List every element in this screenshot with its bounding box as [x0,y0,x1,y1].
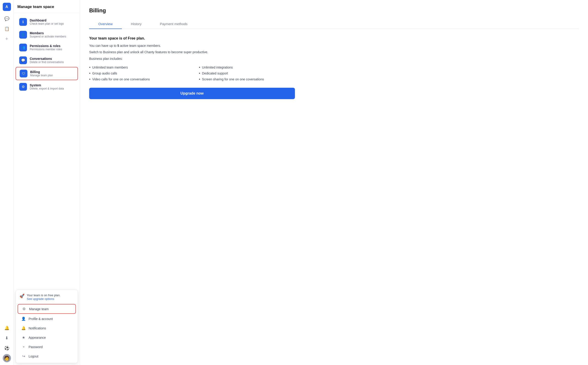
notifications-icon: 🔔 [21,326,26,330]
feature-dedicated-support: • Dedicated support [199,71,295,75]
permissions-title: Permissions & roles [30,44,62,48]
system-icon: ⚙ [19,83,27,91]
feature-video-calls: • Video calls for one on one conversatio… [89,77,185,81]
sidebar-item-permissions[interactable]: 👥 Permissions & roles Permissions member… [15,41,78,54]
sidebar-item-members[interactable]: 👤 Members Suspend or activate members [15,28,78,41]
appearance-label: Appearance [29,336,46,339]
billing-icon: 🛡 [20,70,28,77]
icon-bar: A 💬 📋 + 🔔 ⬇ ⚽ 🧑 [0,0,14,365]
system-subtitle: Delete, export & import data [30,87,64,90]
chat-icon[interactable]: 💬 [3,15,11,23]
feature-label: Unlimited team members [92,66,128,69]
popup-logout[interactable]: ↪ Logout [18,352,76,361]
bell-icon[interactable]: 🔔 [3,324,11,332]
page-title: Billing [89,7,579,14]
tabs: Overview History Payment methods [89,19,579,29]
feature-screen-sharing: • Screen sharing for one on one coversat… [199,77,295,81]
bottom-popup: 🚀 Your team is on free plan. See upgrade… [15,290,78,363]
manage-team-label: Manage team [29,307,49,311]
popup-appearance[interactable]: ★ Appearance [18,333,76,342]
password-icon: ⚬ [21,345,26,349]
appearance-icon: ★ [21,335,26,340]
feature-group-audio: • Group audio calls [89,71,185,75]
popup-profile-account[interactable]: 👤 Profile & account [18,314,76,323]
sidebar-item-billing[interactable]: 🛡 Billing Manage team plan [15,67,78,80]
upgrade-now-button[interactable]: Upgrade now [89,88,295,99]
plan-desc-members: You can have up to 5 active team space m… [89,43,295,48]
permissions-icon: 👥 [19,44,27,51]
sidebar-item-dashboard[interactable]: ℹ Dashboard Check team plan or set logo [15,16,78,28]
download-icon[interactable]: ⬇ [3,334,11,342]
dashboard-subtitle: Check team plan or set logo [30,22,64,25]
logout-icon: ↪ [21,354,26,358]
sidebar: Manage team space ℹ Dashboard Check team… [14,0,80,365]
contacts-icon[interactable]: 📋 [3,25,11,33]
logout-label: Logout [29,354,38,358]
feature-unlimited-members: • Unlimited team members [89,65,185,70]
rocket-icon: 🚀 [19,294,24,299]
feature-label: Unlimited integrations [202,66,233,69]
system-title: System [30,83,64,87]
dashboard-icon: ℹ [19,18,27,26]
user-avatar-button[interactable]: A [3,3,11,11]
sidebar-item-conversations[interactable]: 💬 Conversations Delete or find conversat… [15,54,78,66]
feature-label: Video calls for one on one conversations [92,77,150,81]
features-grid: • Unlimited team members • Group audio c… [89,65,295,81]
permissions-subtitle: Permissions member roles [30,48,62,51]
popup-notifications[interactable]: 🔔 Notifications [18,324,76,333]
sidebar-title: Manage team space [14,0,80,13]
tab-overview[interactable]: Overview [89,19,122,29]
plan-desc-includes: Business plan includes: [89,56,295,61]
feature-unlimited-integrations: • Unlimited integrations [199,65,295,70]
feature-label: Screen sharing for one on one coversatio… [202,77,264,81]
conversations-icon: 💬 [19,56,27,64]
members-icon: 👤 [19,31,27,39]
members-title: Members [30,31,66,35]
popup-password[interactable]: ⚬ Password [18,342,76,351]
feature-label: Dedicated support [202,71,228,75]
billing-section: Your team space is of Free plan. You can… [89,36,295,99]
manage-team-icon: ⚙ [22,307,26,311]
tab-history[interactable]: History [122,19,151,29]
tab-payment-methods[interactable]: Payment methods [151,19,197,29]
popup-manage-team[interactable]: ⚙ Manage team [18,304,76,314]
main-content: Billing Overview History Payment methods… [80,0,588,365]
billing-subtitle: Manage team plan [30,74,53,77]
profile-account-icon: 👤 [21,316,26,321]
conversations-title: Conversations [30,57,64,61]
feature-label: Group audio calls [92,71,117,75]
notifications-label: Notifications [29,326,46,330]
help-icon[interactable]: ⚽ [3,344,11,352]
member-limit: 5 [117,44,119,48]
sidebar-item-system[interactable]: ⚙ System Delete, export & import data [15,81,78,93]
plan-info: 🚀 Your team is on free plan. See upgrade… [16,294,78,303]
profile-avatar[interactable]: 🧑 [3,354,11,362]
profile-account-label: Profile & account [29,317,53,321]
plan-desc-switch: Switch to Business plan and unlock all C… [89,49,295,55]
dashboard-title: Dashboard [30,19,64,22]
plan-headline: Your team space is of Free plan. [89,36,295,40]
conversations-subtitle: Delete or find conversations [30,61,64,64]
upgrade-options-link[interactable]: See upgrade options [27,297,54,301]
billing-title: Billing [30,70,53,74]
add-icon[interactable]: + [3,35,11,43]
plan-title: Your team is on free plan. [27,294,61,297]
members-subtitle: Suspend or activate members [30,35,66,38]
password-label: Password [29,345,43,349]
